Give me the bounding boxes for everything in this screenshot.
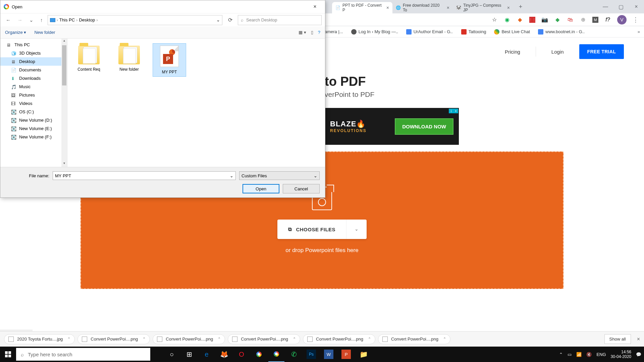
chevron-up-icon[interactable]: ⌃ bbox=[67, 337, 70, 341]
breadcrumb[interactable]: › This PC › Desktop › ⌄ bbox=[48, 15, 223, 25]
file-item[interactable]: New folder bbox=[112, 43, 146, 74]
ext-icon[interactable]: ◆ bbox=[554, 16, 561, 23]
chrome-icon[interactable] bbox=[251, 347, 267, 362]
back-button[interactable]: ← bbox=[4, 16, 13, 24]
scroll-down-icon[interactable]: ▾ bbox=[61, 161, 67, 167]
cortana-icon[interactable]: ○ bbox=[164, 347, 180, 362]
open-button[interactable]: Open bbox=[243, 184, 279, 193]
choose-files-dropdown[interactable]: ⌄ bbox=[346, 220, 367, 239]
opera-icon[interactable]: O bbox=[233, 347, 250, 362]
sidebar-item[interactable]: 📄Documents bbox=[0, 66, 67, 74]
volume-icon[interactable]: 🔇 bbox=[586, 352, 592, 357]
ext-icon[interactable]: ⊕ bbox=[580, 16, 586, 23]
recent-dropdown[interactable]: ⌄ bbox=[27, 16, 36, 24]
word-icon[interactable]: W bbox=[324, 350, 333, 359]
filename-input[interactable]: MY PPT ⌄ bbox=[53, 171, 236, 180]
ad-cta-button[interactable]: DOWNLOAD NOW bbox=[395, 118, 453, 135]
scroll-thumb[interactable] bbox=[62, 45, 66, 85]
sidebar-item[interactable]: ⬇Downloads bbox=[0, 74, 67, 82]
tray-chevron-icon[interactable]: ⌃ bbox=[559, 352, 563, 357]
ext-icon[interactable]: 📷 bbox=[541, 16, 548, 23]
bookmark[interactable]: UrAuthor Email - G... bbox=[406, 29, 453, 35]
up-button[interactable]: ↑ bbox=[38, 16, 45, 24]
taskbar-search[interactable]: ⌕ Type here to search bbox=[16, 348, 150, 361]
explorer-icon[interactable]: 📁 bbox=[356, 347, 372, 362]
ext-icon[interactable]: ◆ bbox=[517, 16, 523, 23]
ext-icon[interactable]: M bbox=[592, 17, 598, 23]
maximize-button[interactable]: ▢ bbox=[613, 2, 629, 12]
breadcrumb-segment[interactable]: This PC bbox=[59, 17, 75, 22]
bookmark[interactable]: Log In ‹ My Blog —... bbox=[351, 29, 398, 35]
chevron-down-icon[interactable]: ⌄ bbox=[216, 17, 220, 22]
close-icon[interactable]: × bbox=[386, 5, 389, 10]
sidebar-item[interactable]: 🖼Pictures bbox=[0, 91, 67, 99]
bookmark[interactable]: amera |... bbox=[325, 29, 343, 34]
ext-icon[interactable]: ⋮⋮ bbox=[529, 17, 535, 23]
help-icon[interactable]: ? bbox=[318, 30, 320, 35]
tab-active[interactable]: 📄 PPT to PDF - Convert P × bbox=[332, 2, 392, 13]
close-icon[interactable]: × bbox=[507, 5, 510, 10]
sidebar-item[interactable]: 💽New Volume (F:) bbox=[0, 133, 67, 141]
choose-files-button[interactable]: ⧉ CHOOSE FILES bbox=[277, 220, 346, 239]
sidebar-item[interactable]: 💽New Volume (D:) bbox=[0, 116, 67, 124]
breadcrumb-segment[interactable]: Desktop bbox=[79, 17, 95, 22]
close-downloads-icon[interactable]: × bbox=[637, 336, 640, 342]
download-item[interactable]: Convert PowerPoi....png⌃ bbox=[378, 334, 450, 344]
wifi-icon[interactable]: 📶 bbox=[576, 352, 582, 357]
scrollbar[interactable]: ▴ ▾ bbox=[61, 39, 67, 167]
show-all-downloads-button[interactable]: Show all bbox=[604, 334, 631, 344]
clock[interactable]: 14:56 30-04-2020 bbox=[611, 350, 631, 359]
minimize-button[interactable]: — bbox=[598, 2, 613, 12]
photoshop-icon[interactable]: Ps bbox=[307, 350, 316, 359]
chrome-active-icon[interactable] bbox=[268, 347, 284, 362]
close-window-button[interactable]: × bbox=[629, 2, 644, 12]
profile-avatar[interactable]: V bbox=[617, 15, 627, 24]
dialog-search-input[interactable]: ⌕ Search Desktop bbox=[238, 15, 322, 25]
organize-menu[interactable]: Organize ▾ bbox=[5, 30, 26, 35]
file-type-filter[interactable]: Custom Files ⌄ bbox=[239, 171, 320, 180]
star-icon[interactable]: ☆ bbox=[491, 16, 498, 23]
notifications-icon[interactable]: 💬 bbox=[636, 352, 641, 357]
sidebar-item[interactable]: 🎵Music bbox=[0, 82, 67, 91]
file-item[interactable]: PMY PPT bbox=[153, 43, 186, 77]
chevron-up-icon[interactable]: ⌃ bbox=[368, 337, 371, 341]
chevron-up-icon[interactable]: ⌃ bbox=[443, 337, 446, 341]
task-view-icon[interactable]: ⊞ bbox=[181, 347, 197, 362]
sidebar-item[interactable]: 🖥This PC bbox=[0, 41, 67, 49]
edge-icon[interactable]: e bbox=[199, 347, 215, 362]
ext-icon[interactable]: ◉ bbox=[504, 16, 511, 23]
view-options-icon[interactable]: ▦ ▾ bbox=[299, 30, 306, 35]
whatsapp-icon[interactable]: ✆ bbox=[286, 347, 302, 362]
bookmark[interactable]: www.bootnet.in - G... bbox=[538, 29, 585, 35]
chevron-down-icon[interactable]: ⌄ bbox=[314, 173, 317, 178]
download-item[interactable]: Convert PowerPoi....png⌃ bbox=[153, 334, 225, 344]
tab[interactable]: 🌐 Free download 2020 To × bbox=[392, 2, 453, 13]
bookmarks-overflow-icon[interactable]: » bbox=[638, 29, 640, 34]
tab[interactable]: 🐼 TinyJPG – Compress JP × bbox=[453, 2, 513, 13]
file-item[interactable]: Content Req bbox=[72, 43, 106, 74]
ext-icon[interactable]: 🛍 bbox=[567, 16, 574, 23]
powerpoint-icon[interactable]: P bbox=[341, 350, 351, 359]
bookmark[interactable]: Tattooing bbox=[461, 29, 486, 35]
chevron-up-icon[interactable]: ⌃ bbox=[293, 337, 296, 341]
download-item[interactable]: Convert PowerPoi....png⌃ bbox=[228, 334, 300, 344]
new-tab-button[interactable]: + bbox=[516, 2, 525, 11]
scroll-up-icon[interactable]: ▴ bbox=[61, 39, 67, 44]
battery-icon[interactable]: ▭ bbox=[568, 352, 572, 357]
ad-banner[interactable]: BLAZE🔥 REVOLUTIONS DOWNLOAD NOW i × bbox=[325, 108, 459, 145]
chevron-down-icon[interactable]: ⌄ bbox=[230, 173, 233, 178]
chevron-up-icon[interactable]: ⌃ bbox=[218, 337, 221, 341]
bookmark[interactable]: Best Live Chat bbox=[494, 29, 530, 35]
download-item[interactable]: Convert PowerPoi....png⌃ bbox=[303, 334, 375, 344]
sidebar-item[interactable]: 🎞Videos bbox=[0, 99, 67, 108]
preview-pane-icon[interactable]: ▯ bbox=[311, 30, 313, 35]
close-icon[interactable]: × bbox=[447, 5, 449, 10]
start-button[interactable] bbox=[0, 347, 16, 362]
ad-info-icon[interactable]: i bbox=[449, 109, 453, 113]
free-trial-button[interactable]: FREE TRIAL bbox=[579, 44, 624, 59]
pricing-link[interactable]: Pricing bbox=[499, 46, 526, 58]
ext-icon[interactable]: f? bbox=[604, 16, 611, 23]
sidebar-item[interactable]: 💽OS (C:) bbox=[0, 108, 67, 116]
cancel-button[interactable]: Cancel bbox=[283, 184, 320, 193]
forward-button[interactable]: → bbox=[15, 16, 24, 24]
